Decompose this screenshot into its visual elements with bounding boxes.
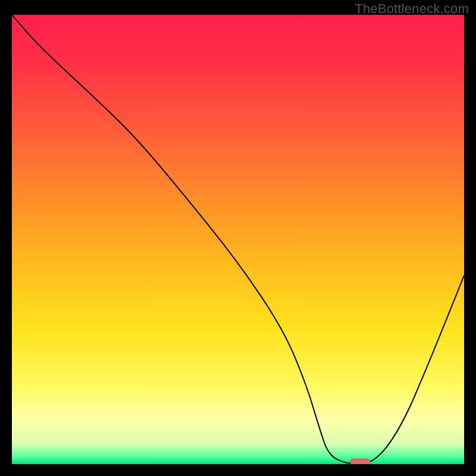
plot-area bbox=[12, 15, 464, 464]
chart-svg bbox=[12, 15, 464, 464]
watermark-text: TheBottleneck.com bbox=[355, 1, 469, 17]
chart-marker bbox=[350, 458, 370, 464]
chart-background bbox=[12, 15, 464, 464]
chart-frame: TheBottleneck.com bbox=[0, 0, 476, 476]
